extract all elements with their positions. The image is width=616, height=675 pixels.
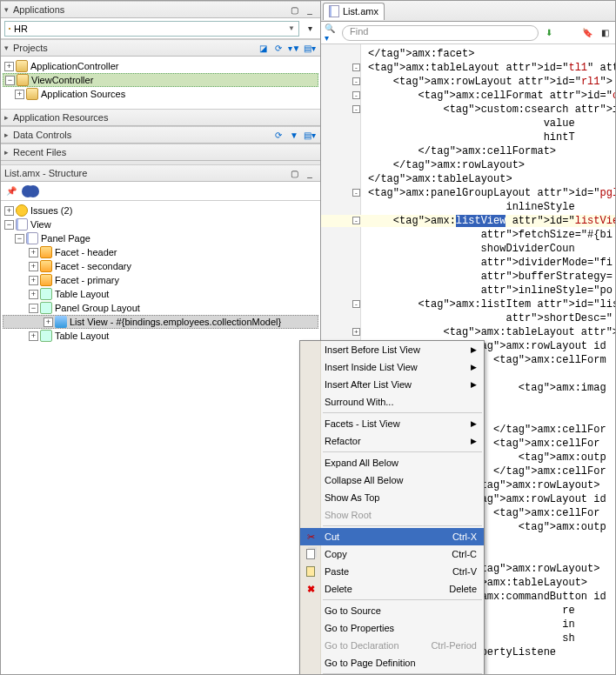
recentfiles-header[interactable]: ▸ Recent Files — [1, 144, 320, 161]
tree-item-view[interactable]: − View — [3, 217, 318, 231]
expand-icon[interactable]: + — [29, 331, 38, 341]
table-icon — [40, 288, 52, 300]
menu-goto-props[interactable]: Go to Properties — [300, 619, 484, 637]
menu-surround[interactable]: Surround With... — [300, 393, 484, 411]
fold-icon[interactable]: - — [352, 189, 360, 197]
collapse-icon[interactable]: − — [29, 304, 38, 313]
project-icon — [16, 60, 28, 72]
applications-header[interactable]: ▾ Applications ▢ _ — [1, 1, 320, 18]
menu-insert-inside[interactable]: Insert Inside List View▶ — [300, 358, 484, 376]
application-select[interactable]: HR ▼ — [4, 21, 299, 37]
menu-cut[interactable]: ✂CutCtrl-X — [300, 528, 484, 545]
facet-icon — [40, 246, 52, 258]
datacontrols-header[interactable]: ▸ Data Controls ⟳ ▼ ▤▾ — [1, 126, 320, 144]
app-icon — [9, 28, 10, 30]
restore-icon[interactable]: ▢ — [287, 3, 301, 17]
tree-item-viewcontroller[interactable]: − ViewController — [3, 73, 318, 87]
menu-delete[interactable]: ✖DeleteDelete — [300, 580, 484, 598]
menu-insert-after[interactable]: Insert After List View▶ — [300, 376, 484, 393]
menu-copy[interactable]: CopyCtrl-C — [300, 545, 484, 563]
structure-header[interactable]: List.amx - Structure ▢ _ — [1, 164, 320, 182]
menu-goto-decl: Go to DeclarationCtrl-Period — [300, 637, 484, 654]
editor-tab[interactable]: List.amx — [323, 3, 385, 20]
submenu-arrow-icon: ▶ — [471, 380, 477, 389]
collapse-icon[interactable]: − — [4, 220, 14, 230]
tree-item-facet-header[interactable]: + Facet - header — [3, 245, 318, 259]
app-menu-icon[interactable]: ▾ — [303, 22, 317, 36]
menu-collapse-all[interactable]: Collapse All Below — [300, 471, 484, 489]
menu-goto-source[interactable]: Go to Source — [300, 602, 484, 619]
menu-paste[interactable]: PasteCtrl-V — [300, 563, 484, 580]
projects-title: Projects — [13, 43, 256, 53]
bookmark-icon[interactable]: 🔖 — [580, 26, 594, 40]
nav-down-icon[interactable]: ⬇ — [542, 26, 556, 40]
tree-item-appcontroller[interactable]: + ApplicationController — [3, 59, 318, 73]
fold-icon[interactable]: + — [352, 328, 360, 336]
expand-icon[interactable]: + — [4, 206, 14, 216]
menu-goto-pagedef[interactable]: Go to Page Definition — [300, 654, 484, 672]
expand-icon[interactable]: + — [29, 262, 38, 271]
menu-facets[interactable]: Facets - List View▶ — [300, 415, 484, 432]
expand-icon[interactable]: + — [29, 276, 38, 285]
menu-insert-before[interactable]: Insert Before List View▶ — [300, 341, 484, 358]
tree-item-panelgroup[interactable]: − Panel Group Layout — [3, 301, 318, 315]
facet-icon — [40, 274, 52, 286]
fold-icon[interactable]: - — [352, 300, 360, 308]
file-icon — [329, 5, 339, 17]
menu-refactor[interactable]: Refactor▶ — [300, 432, 484, 450]
tree-item-tablelayout2[interactable]: + Table Layout — [3, 329, 318, 343]
tree-item-tablelayout[interactable]: + Table Layout — [3, 287, 318, 301]
chevron-right-icon: ▸ — [4, 148, 13, 157]
tree-item-panelpage[interactable]: − Panel Page — [3, 231, 318, 245]
delete-icon: ✖ — [304, 582, 318, 596]
applications-title: Applications — [13, 4, 287, 15]
filter-icon[interactable]: ▼ — [287, 128, 301, 142]
find-input[interactable]: Find — [342, 25, 539, 41]
menu-show-as-top[interactable]: Show As Top — [300, 489, 484, 506]
panelgroup-icon — [40, 302, 52, 314]
expand-icon[interactable]: + — [44, 317, 53, 327]
options-icon[interactable]: ◧ — [598, 26, 612, 40]
app-name: HR — [14, 23, 28, 34]
fold-icon[interactable]: - — [352, 105, 360, 113]
project-icon — [17, 74, 29, 86]
fold-icon[interactable]: - — [352, 91, 360, 99]
sort-icon[interactable]: ▤▾ — [303, 128, 317, 142]
expand-icon[interactable]: + — [15, 90, 24, 99]
collapse-icon[interactable]: − — [5, 76, 15, 85]
submenu-arrow-icon: ▶ — [471, 363, 477, 371]
listview-icon — [55, 316, 67, 328]
chevron-right-icon: ▸ — [4, 113, 13, 122]
chevron-down-icon: ▾ — [4, 5, 13, 14]
tree-item-appsources[interactable]: + Application Sources — [3, 87, 318, 101]
search-icon[interactable]: 🔍▾ — [325, 26, 338, 40]
chevron-right-icon: ▸ — [4, 130, 13, 139]
collapse-icon[interactable]: − — [15, 234, 24, 244]
close-icon[interactable]: _ — [303, 3, 317, 17]
tree-item-listview[interactable]: + List View - #{bindings.employees.colle… — [3, 315, 318, 329]
expand-icon[interactable]: + — [29, 290, 38, 299]
restore-icon[interactable]: ▢ — [287, 166, 301, 180]
tree-item-facet-secondary[interactable]: + Facet - secondary — [3, 259, 318, 273]
filter-icon[interactable]: ▾▼ — [287, 41, 301, 55]
fold-icon[interactable]: - — [352, 217, 360, 224]
close-icon[interactable]: _ — [303, 166, 317, 180]
menu-expand-all[interactable]: Expand All Below — [300, 454, 484, 471]
freeze-icon[interactable]: 📌 — [4, 184, 18, 198]
projects-header[interactable]: ▾ Projects ◪ ⟳ ▾▼ ▤▾ — [1, 39, 320, 57]
view-icon — [16, 218, 28, 231]
sort-icon[interactable]: ▤▾ — [303, 41, 317, 55]
warning-icon — [16, 204, 28, 217]
binoculars-icon[interactable] — [22, 185, 34, 197]
refresh-icon[interactable]: ⟳ — [271, 128, 285, 142]
expand-icon[interactable]: + — [4, 62, 14, 71]
fold-icon[interactable]: - — [352, 63, 360, 71]
refresh-icon[interactable]: ⟳ — [271, 41, 285, 55]
tree-item-facet-primary[interactable]: + Facet - primary — [3, 273, 318, 287]
show-icon[interactable]: ◪ — [256, 41, 270, 55]
tree-item-issues[interactable]: + Issues (2) — [3, 204, 318, 217]
expand-icon[interactable]: + — [29, 248, 38, 257]
fold-icon[interactable]: - — [352, 77, 360, 85]
menu-show-root: Show Root — [300, 506, 484, 524]
appresources-header[interactable]: ▸ Application Resources — [1, 109, 320, 126]
